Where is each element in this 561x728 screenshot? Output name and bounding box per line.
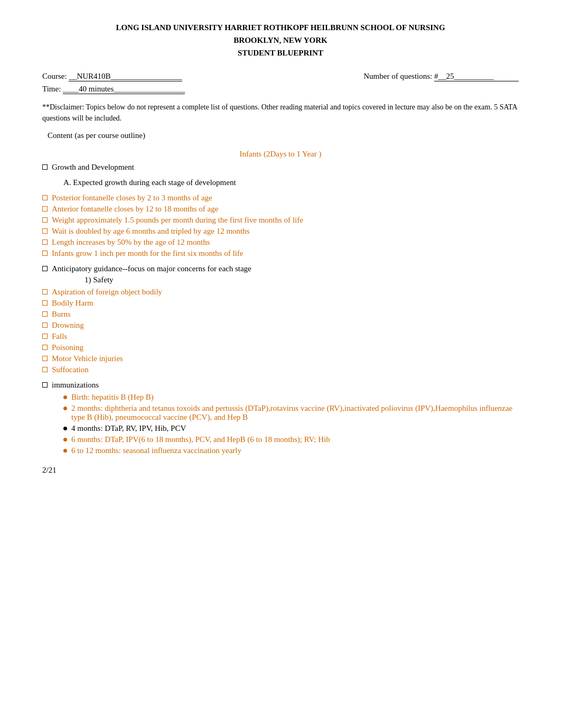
- bullet-icon: [63, 438, 67, 441]
- safety-item-6: Motor Vehicle injuries: [42, 354, 519, 363]
- bullet-icon: [42, 334, 48, 339]
- bullet-icon: [42, 289, 48, 294]
- num-questions-container: Number of questions: #__25__________: [363, 72, 519, 81]
- safety-items-list: Aspiration of foreign object bodily Bodi…: [42, 288, 519, 374]
- safety-item-0-text: Aspiration of foreign object bodily: [52, 288, 162, 297]
- imm-bullet-2-text: 4 months: DTaP, RV, IPV, Hib, PCV: [71, 424, 186, 433]
- imm-bullet-4: 6 to 12 months: seasonal influenza vacci…: [63, 446, 519, 455]
- bullet-icon: [63, 427, 67, 430]
- safety-item-4-text: Falls: [52, 332, 67, 341]
- imm-bullets-list: Birth: hepatitis B (Hep B) 2 months: dip…: [63, 393, 519, 455]
- safety-item-5-text: Poisoning: [52, 343, 83, 352]
- num-questions-value: #__25__________: [434, 72, 519, 81]
- orange-item-3: Wait is doubled by age 6 months and trip…: [42, 227, 519, 236]
- imm-bullet-4-text: 6 to 12 months: seasonal influenza vacci…: [71, 446, 241, 455]
- bullet-icon: [63, 449, 67, 453]
- section1-title: Infants (2Days to 1 Year ): [42, 150, 519, 159]
- imm-bullet-1-text: 2 months: diphtheria and tetanus toxoids…: [71, 404, 519, 422]
- bullet-icon: [42, 266, 48, 271]
- content-outline-label: Content (as per course outline): [48, 131, 519, 140]
- orange-item-1: Anterior fontanelle closes by 12 to 18 m…: [42, 205, 519, 214]
- header-line2: BROOKLYN, NEW YORK: [42, 34, 519, 47]
- immunizations-item: immunizations: [42, 381, 519, 390]
- time-value: ____40 minutes__________________: [63, 85, 185, 94]
- header-line3: STUDENT BLUEPRINT: [42, 47, 519, 59]
- safety-item-7: Suffocation: [42, 365, 519, 374]
- imm-bullet-0-text: Birth: hepatitis B (Hep B): [71, 393, 154, 402]
- bullet-icon: [42, 356, 48, 361]
- orange-item-4: Length increases by 50% by the age of 12…: [42, 238, 519, 247]
- bullet-icon: [63, 395, 67, 399]
- bullet-icon: [42, 382, 48, 388]
- bullet-icon: [42, 164, 48, 170]
- bullet-icon: [42, 195, 48, 200]
- page-header: LONG ISLAND UNIVERSITY HARRIET ROTHKOPF …: [42, 21, 519, 59]
- orange-item-5: Infants grow 1 inch per month for the fi…: [42, 249, 519, 258]
- safety-item-4: Falls: [42, 332, 519, 341]
- course-field-container: Course: __NUR410B__________________: [42, 72, 182, 81]
- safety-item-1: Bodily Harm: [42, 299, 519, 308]
- orange-item-1-text: Anterior fontanelle closes by 12 to 18 m…: [52, 205, 218, 214]
- bullet-icon: [42, 251, 48, 256]
- time-line: Time: ____40 minutes__________________: [42, 85, 519, 94]
- orange-item-5-text: Infants grow 1 inch per month for the fi…: [52, 249, 243, 258]
- safety-item-2: Burns: [42, 310, 519, 319]
- course-line: Course: __NUR410B__________________ Numb…: [42, 72, 519, 81]
- bullet-icon: [42, 228, 48, 234]
- safety-item-2-text: Burns: [52, 310, 71, 319]
- bullet-icon: [63, 407, 67, 410]
- disclaimer-text: **Disclaimer: Topics below do not repres…: [42, 102, 519, 124]
- page-number: 2/21: [42, 466, 519, 475]
- imm-bullet-2: 4 months: DTaP, RV, IPV, Hib, PCV: [63, 424, 519, 433]
- safety-label: 1) Safety: [85, 275, 519, 284]
- safety-item-0: Aspiration of foreign object bodily: [42, 288, 519, 297]
- orange-items-list: Posterior fontanelle closes by 2 to 3 mo…: [42, 193, 519, 258]
- imm-bullet-0: Birth: hepatitis B (Hep B): [63, 393, 519, 402]
- bullet-icon: [42, 239, 48, 245]
- imm-bullet-1: 2 months: diphtheria and tetanus toxoids…: [63, 404, 519, 422]
- course-label: Course:: [42, 72, 67, 80]
- bullet-icon: [42, 311, 48, 317]
- orange-item-0-text: Posterior fontanelle closes by 2 to 3 mo…: [52, 193, 212, 202]
- safety-item-3: Drowning: [42, 321, 519, 330]
- orange-item-2-text: Weight approximately 1.5 pounds per mont…: [52, 216, 303, 225]
- anticipatory-item: Anticipatory guidance--focus on major co…: [42, 264, 519, 273]
- growth-sub: A. Expected growth during each stage of …: [63, 178, 519, 187]
- safety-item-6-text: Motor Vehicle injuries: [52, 354, 123, 363]
- bullet-icon: [42, 367, 48, 372]
- bullet-icon: [42, 300, 48, 306]
- bullet-icon: [42, 322, 48, 328]
- num-questions-label: Number of questions:: [363, 72, 432, 80]
- course-value: __NUR410B__________________: [69, 72, 182, 81]
- immunizations-item-text: immunizations: [52, 381, 99, 390]
- header-line1: LONG ISLAND UNIVERSITY HARRIET ROTHKOPF …: [42, 21, 519, 34]
- safety-item-3-text: Drowning: [52, 321, 84, 330]
- bullet-icon: [42, 217, 48, 223]
- bullet-icon: [42, 206, 48, 211]
- growth-item: Growth and Development: [42, 163, 519, 172]
- orange-item-0: Posterior fontanelle closes by 2 to 3 mo…: [42, 193, 519, 202]
- orange-item-3-text: Wait is doubled by age 6 months and trip…: [52, 227, 250, 236]
- growth-sub-text: A. Expected growth during each stage of …: [63, 178, 236, 187]
- imm-bullet-3-text: 6 months: DTaP, IPV(6 to 18 months), PCV…: [71, 435, 330, 444]
- time-label: Time:: [42, 85, 61, 93]
- anticipatory-item-text: Anticipatory guidance--focus on major co…: [52, 264, 251, 273]
- safety-item-5: Poisoning: [42, 343, 519, 352]
- safety-item-1-text: Bodily Harm: [52, 299, 94, 308]
- orange-item-2: Weight approximately 1.5 pounds per mont…: [42, 216, 519, 225]
- bullet-icon: [42, 345, 48, 350]
- growth-item-text: Growth and Development: [52, 163, 134, 172]
- safety-item-7-text: Suffocation: [52, 365, 89, 374]
- orange-item-4-text: Length increases by 50% by the age of 12…: [52, 238, 210, 247]
- imm-bullet-3: 6 months: DTaP, IPV(6 to 18 months), PCV…: [63, 435, 519, 444]
